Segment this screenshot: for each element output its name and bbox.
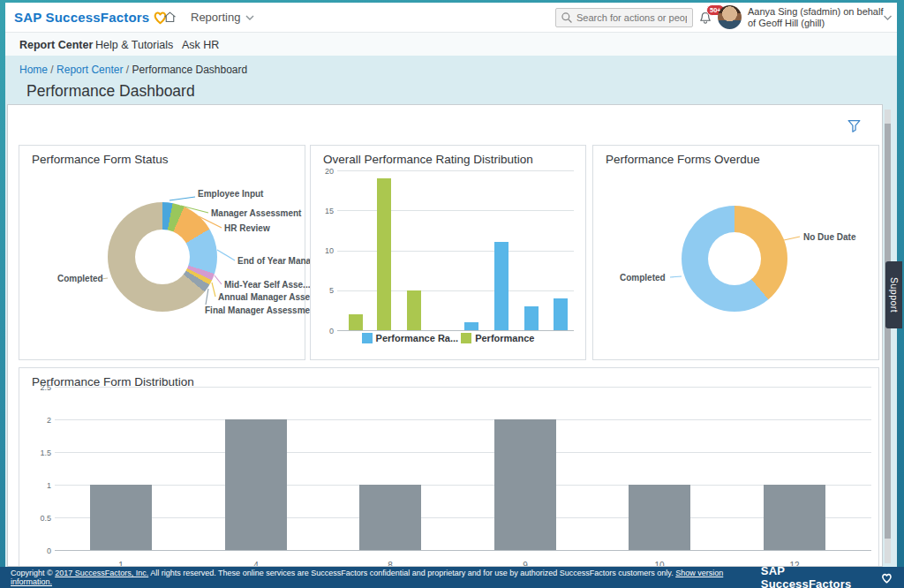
- page-title: Performance Dashboard: [26, 82, 195, 101]
- support-tab[interactable]: Support: [885, 261, 902, 328]
- bar: [377, 178, 391, 330]
- breadcrumb-report-center[interactable]: Report Center: [56, 64, 123, 76]
- filter-icon[interactable]: [846, 117, 863, 134]
- scrollbar-thumb[interactable]: [885, 124, 891, 539]
- legend-label: Performance Ra...: [376, 333, 459, 343]
- breadcrumb-home[interactable]: Home: [19, 64, 48, 76]
- legend-item: Performance Ra...: [362, 333, 459, 343]
- support-tab-label: Support: [889, 277, 900, 313]
- gridline: [55, 452, 871, 453]
- bar: [464, 322, 478, 330]
- x-axis-tick: 4: [225, 561, 287, 567]
- gridline: [337, 170, 574, 171]
- gridline: [337, 330, 574, 331]
- y-axis-tick: 0: [30, 547, 51, 555]
- card-performance-forms-overdue: Performance Forms Overdue No Due Date Co…: [592, 145, 879, 360]
- y-axis-tick: 2.5: [30, 383, 51, 392]
- donut-label: No Due Date: [803, 232, 855, 242]
- y-axis-tick: 0.5: [30, 514, 51, 523]
- donut-label: Employee Input: [198, 189, 263, 199]
- y-axis-tick: 5: [313, 286, 334, 295]
- footer-logo-text: SAP SuccessFactors: [761, 564, 878, 588]
- bar: [524, 306, 539, 330]
- copyright-prefix: Copyright ©: [11, 569, 53, 577]
- donut-label: Completed: [620, 273, 666, 283]
- legend-item: Performance: [461, 333, 534, 343]
- user-menu[interactable]: Aanya Sing (sfadmin) on behalf of Geoff …: [748, 6, 883, 29]
- module-picker-reporting[interactable]: Reporting: [191, 3, 254, 32]
- footer-logo: SAP SuccessFactors: [761, 564, 893, 588]
- bar: [225, 419, 287, 550]
- donut-label: HR Review: [224, 223, 270, 233]
- chart-title: Performance Form Status: [32, 153, 169, 166]
- bar: [764, 485, 825, 550]
- legend-label: Performance: [475, 333, 534, 343]
- gridline: [337, 290, 574, 291]
- logo-text: SAP SuccessFactors: [14, 10, 149, 25]
- breadcrumb-separator: /: [126, 64, 129, 76]
- tab-help-tutorials[interactable]: Help & Tutorials: [95, 33, 173, 57]
- sap-successfactors-logo[interactable]: SAP SuccessFactors: [14, 3, 169, 32]
- gridline: [55, 550, 871, 551]
- chart-legend: Performance Ra... Performance: [311, 333, 585, 343]
- x-axis-tick: 9: [494, 561, 556, 567]
- bar: [494, 419, 556, 550]
- user-name-line1: Aanya Sing (sfadmin) on behalf: [748, 6, 883, 18]
- user-name-line2: of Geoff Hill (ghill): [748, 18, 883, 29]
- donut-label: Mid-Year Self Asse...: [224, 280, 310, 290]
- donut-label: End of Year Mana....: [237, 256, 320, 266]
- x-axis-tick: 10: [629, 561, 690, 567]
- user-menu-chevron-icon[interactable]: [883, 14, 893, 21]
- donut-label: Annual Manager Asse...: [218, 292, 317, 302]
- x-axis-tick: 8: [359, 561, 421, 567]
- footer: Copyright © 2017 SuccessFactors, Inc. Al…: [0, 567, 904, 588]
- dashboard-panel: Performance Form Status Employee Input M…: [7, 104, 883, 567]
- bar: [554, 298, 568, 330]
- bar: [359, 485, 421, 550]
- tab-ask-hr[interactable]: Ask HR: [182, 33, 219, 57]
- copyright-body: All rights reserved. These online servic…: [150, 569, 673, 577]
- global-search[interactable]: [555, 8, 693, 27]
- form-distribution-plot: 00.511.522.514891012: [55, 387, 871, 550]
- user-avatar[interactable]: [718, 5, 742, 29]
- bar: [407, 290, 421, 330]
- gridline: [55, 517, 871, 518]
- gridline: [337, 210, 574, 211]
- rating-distribution-plot: 05101520: [337, 170, 574, 330]
- donut-label: Completed: [57, 274, 103, 283]
- y-axis-tick: 1.5: [30, 449, 51, 457]
- y-axis-tick: 15: [313, 207, 334, 215]
- donut-label: Manager Assessment: [211, 208, 301, 218]
- gridline: [337, 251, 574, 252]
- footer-legal-text: Copyright © 2017 SuccessFactors, Inc. Al…: [11, 569, 761, 586]
- bar: [349, 314, 363, 330]
- y-axis-tick: 1: [30, 481, 51, 490]
- chart-title: Performance Forms Overdue: [606, 153, 760, 166]
- gridline: [55, 387, 871, 388]
- search-input[interactable]: [576, 12, 687, 23]
- card-performance-form-distribution: Performance Form Distribution 00.511.522…: [19, 367, 879, 567]
- legend-swatch: [461, 333, 471, 343]
- home-icon[interactable]: [162, 10, 177, 25]
- search-icon: [561, 11, 573, 24]
- legend-swatch: [362, 333, 373, 343]
- y-axis-tick: 20: [313, 167, 334, 176]
- copyright-link[interactable]: 2017 SuccessFactors, Inc.: [55, 569, 148, 577]
- tab-report-center[interactable]: Report Center: [19, 33, 93, 57]
- chart-title: Overall Performance Rating Distribution: [323, 153, 533, 166]
- breadcrumb-current: Performance Dashboard: [132, 64, 247, 76]
- forms-overdue-donut: [682, 206, 787, 312]
- bar: [90, 485, 152, 550]
- secondary-nav: Report Center Help & Tutorials Ask HR: [5, 32, 897, 56]
- card-overall-performance-rating: Overall Performance Rating Distribution …: [310, 145, 586, 360]
- x-axis-tick: 1: [90, 561, 152, 567]
- gridline: [55, 485, 871, 486]
- bar: [629, 485, 690, 550]
- heart-icon: [880, 571, 893, 584]
- card-performance-form-status: Performance Form Status Employee Input M…: [19, 145, 305, 360]
- top-bar: SAP SuccessFactors Reporting 50+ Aanya S…: [5, 3, 897, 32]
- vertical-scrollbar[interactable]: [885, 109, 891, 563]
- chevron-down-icon: [245, 14, 254, 21]
- donut-label: Final Manager Assessment: [205, 305, 319, 315]
- gridline: [55, 419, 871, 420]
